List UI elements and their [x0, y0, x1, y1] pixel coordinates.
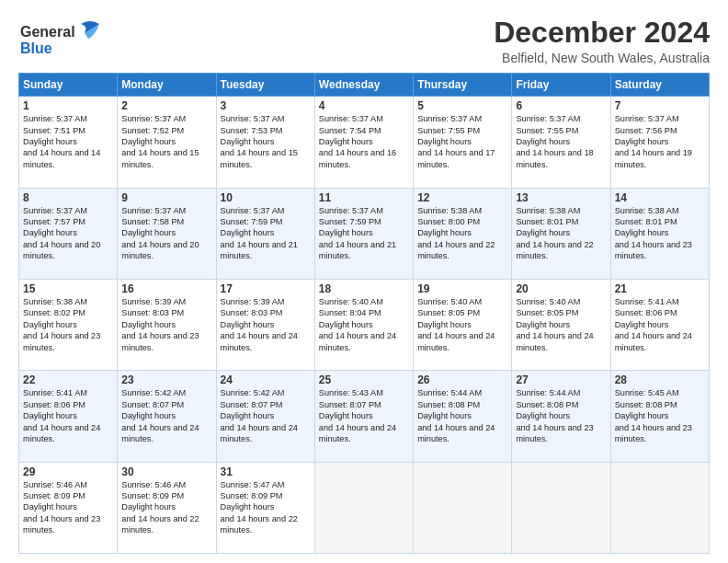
- day-number: 14: [615, 191, 705, 204]
- title-block: December 2024 Belfield, New South Wales,…: [494, 17, 710, 65]
- day-number: 8: [23, 191, 113, 204]
- calendar-cell: 9 Sunrise: 5:37 AMSunset: 7:58 PMDayligh…: [118, 188, 216, 279]
- cell-info: Sunrise: 5:38 AMSunset: 8:00 PMDaylight …: [417, 206, 495, 261]
- calendar-cell: 28 Sunrise: 5:45 AMSunset: 8:08 PMDaylig…: [610, 371, 709, 462]
- cell-info: Sunrise: 5:37 AMSunset: 7:54 PMDaylight …: [319, 114, 396, 169]
- cell-info: Sunrise: 5:38 AMSunset: 8:01 PMDaylight …: [516, 206, 593, 261]
- cell-info: Sunrise: 5:42 AMSunset: 8:07 PMDaylight …: [121, 388, 199, 443]
- calendar-cell: 23 Sunrise: 5:42 AMSunset: 8:07 PMDaylig…: [118, 371, 216, 462]
- logo: General Blue: [18, 17, 106, 64]
- calendar-cell: 25 Sunrise: 5:43 AMSunset: 8:07 PMDaylig…: [314, 371, 413, 462]
- day-header-tuesday: Tuesday: [216, 74, 314, 97]
- calendar-cell: 10 Sunrise: 5:37 AMSunset: 7:59 PMDaylig…: [216, 188, 314, 279]
- day-number: 3: [221, 99, 311, 112]
- cell-info: Sunrise: 5:41 AMSunset: 8:06 PMDaylight …: [23, 388, 100, 443]
- day-number: 31: [221, 465, 311, 478]
- cell-info: Sunrise: 5:40 AMSunset: 8:05 PMDaylight …: [417, 297, 495, 352]
- calendar-cell: 17 Sunrise: 5:39 AMSunset: 8:03 PMDaylig…: [216, 279, 314, 370]
- day-header-friday: Friday: [512, 74, 610, 97]
- month-title: December 2024: [494, 17, 710, 49]
- cell-info: Sunrise: 5:37 AMSunset: 7:56 PMDaylight …: [615, 114, 692, 169]
- cell-info: Sunrise: 5:37 AMSunset: 7:51 PMDaylight …: [23, 114, 100, 169]
- calendar-cell: 20 Sunrise: 5:40 AMSunset: 8:05 PMDaylig…: [512, 279, 610, 370]
- calendar-cell: [610, 462, 709, 553]
- calendar-cell: 31 Sunrise: 5:47 AMSunset: 8:09 PMDaylig…: [216, 462, 314, 553]
- cell-info: Sunrise: 5:46 AMSunset: 8:09 PMDaylight …: [23, 480, 100, 535]
- calendar-cell: 26 Sunrise: 5:44 AMSunset: 8:08 PMDaylig…: [414, 371, 512, 462]
- day-number: 21: [615, 282, 705, 295]
- day-number: 11: [319, 191, 409, 204]
- cell-info: Sunrise: 5:38 AMSunset: 8:01 PMDaylight …: [615, 206, 692, 261]
- calendar-week-5: 29 Sunrise: 5:46 AMSunset: 8:09 PMDaylig…: [19, 462, 710, 553]
- day-number: 30: [121, 465, 211, 478]
- day-number: 19: [417, 282, 507, 295]
- calendar-week-3: 15 Sunrise: 5:38 AMSunset: 8:02 PMDaylig…: [19, 279, 710, 370]
- header: General Blue December 2024 Belfield, New…: [18, 17, 710, 65]
- calendar-cell: 14 Sunrise: 5:38 AMSunset: 8:01 PMDaylig…: [610, 188, 709, 279]
- calendar-cell: 16 Sunrise: 5:39 AMSunset: 8:03 PMDaylig…: [118, 279, 216, 370]
- cell-info: Sunrise: 5:39 AMSunset: 8:03 PMDaylight …: [121, 297, 199, 352]
- day-number: 26: [417, 373, 507, 386]
- day-number: 23: [121, 373, 211, 386]
- calendar-cell: 4 Sunrise: 5:37 AMSunset: 7:54 PMDayligh…: [314, 97, 413, 188]
- calendar-cell: 1 Sunrise: 5:37 AMSunset: 7:51 PMDayligh…: [19, 97, 118, 188]
- calendar-week-2: 8 Sunrise: 5:37 AMSunset: 7:57 PMDayligh…: [19, 188, 710, 279]
- calendar-cell: [414, 462, 512, 553]
- cell-info: Sunrise: 5:37 AMSunset: 7:55 PMDaylight …: [417, 114, 495, 169]
- calendar-cell: 11 Sunrise: 5:37 AMSunset: 7:59 PMDaylig…: [314, 188, 413, 279]
- day-number: 5: [417, 99, 507, 112]
- svg-text:General: General: [20, 24, 75, 40]
- cell-info: Sunrise: 5:37 AMSunset: 7:58 PMDaylight …: [121, 206, 199, 261]
- cell-info: Sunrise: 5:43 AMSunset: 8:07 PMDaylight …: [319, 388, 396, 443]
- day-number: 18: [319, 282, 409, 295]
- cell-info: Sunrise: 5:44 AMSunset: 8:08 PMDaylight …: [516, 388, 593, 443]
- cell-info: Sunrise: 5:44 AMSunset: 8:08 PMDaylight …: [417, 388, 495, 443]
- logo-icon: General Blue: [18, 17, 106, 61]
- cell-info: Sunrise: 5:37 AMSunset: 7:55 PMDaylight …: [516, 114, 593, 169]
- day-number: 25: [319, 373, 409, 386]
- calendar-cell: 2 Sunrise: 5:37 AMSunset: 7:52 PMDayligh…: [118, 97, 216, 188]
- calendar-cell: 15 Sunrise: 5:38 AMSunset: 8:02 PMDaylig…: [19, 279, 118, 370]
- cell-info: Sunrise: 5:38 AMSunset: 8:02 PMDaylight …: [23, 297, 100, 352]
- day-number: 24: [221, 373, 311, 386]
- day-number: 7: [615, 99, 705, 112]
- calendar-table: SundayMondayTuesdayWednesdayThursdayFrid…: [18, 73, 710, 554]
- calendar-header-row: SundayMondayTuesdayWednesdayThursdayFrid…: [19, 74, 710, 97]
- cell-info: Sunrise: 5:42 AMSunset: 8:07 PMDaylight …: [221, 388, 298, 443]
- page: General Blue December 2024 Belfield, New…: [0, 0, 728, 563]
- cell-info: Sunrise: 5:37 AMSunset: 7:59 PMDaylight …: [221, 206, 298, 261]
- day-number: 6: [516, 99, 606, 112]
- day-number: 16: [121, 282, 211, 295]
- cell-info: Sunrise: 5:46 AMSunset: 8:09 PMDaylight …: [121, 480, 199, 535]
- calendar-cell: 19 Sunrise: 5:40 AMSunset: 8:05 PMDaylig…: [414, 279, 512, 370]
- cell-info: Sunrise: 5:40 AMSunset: 8:04 PMDaylight …: [319, 297, 396, 352]
- calendar-cell: [512, 462, 610, 553]
- calendar-cell: 30 Sunrise: 5:46 AMSunset: 8:09 PMDaylig…: [118, 462, 216, 553]
- day-header-sunday: Sunday: [19, 74, 118, 97]
- day-number: 2: [121, 99, 211, 112]
- calendar-cell: 13 Sunrise: 5:38 AMSunset: 8:01 PMDaylig…: [512, 188, 610, 279]
- calendar-cell: 7 Sunrise: 5:37 AMSunset: 7:56 PMDayligh…: [610, 97, 709, 188]
- day-number: 1: [23, 99, 113, 112]
- day-number: 27: [516, 373, 606, 386]
- cell-info: Sunrise: 5:37 AMSunset: 7:53 PMDaylight …: [221, 114, 298, 169]
- cell-info: Sunrise: 5:37 AMSunset: 7:59 PMDaylight …: [319, 206, 396, 261]
- cell-info: Sunrise: 5:45 AMSunset: 8:08 PMDaylight …: [615, 388, 692, 443]
- calendar-cell: 29 Sunrise: 5:46 AMSunset: 8:09 PMDaylig…: [19, 462, 118, 553]
- cell-info: Sunrise: 5:37 AMSunset: 7:57 PMDaylight …: [23, 206, 100, 261]
- calendar-cell: [314, 462, 413, 553]
- day-number: 15: [23, 282, 113, 295]
- cell-info: Sunrise: 5:37 AMSunset: 7:52 PMDaylight …: [121, 114, 199, 169]
- location: Belfield, New South Wales, Australia: [494, 51, 710, 65]
- day-number: 12: [417, 191, 507, 204]
- day-number: 4: [319, 99, 409, 112]
- day-number: 20: [516, 282, 606, 295]
- calendar-cell: 27 Sunrise: 5:44 AMSunset: 8:08 PMDaylig…: [512, 371, 610, 462]
- day-number: 9: [121, 191, 211, 204]
- calendar-cell: 5 Sunrise: 5:37 AMSunset: 7:55 PMDayligh…: [414, 97, 512, 188]
- day-header-thursday: Thursday: [414, 74, 512, 97]
- cell-info: Sunrise: 5:41 AMSunset: 8:06 PMDaylight …: [615, 297, 692, 352]
- day-header-saturday: Saturday: [610, 74, 709, 97]
- svg-text:Blue: Blue: [20, 40, 52, 56]
- day-header-wednesday: Wednesday: [314, 74, 413, 97]
